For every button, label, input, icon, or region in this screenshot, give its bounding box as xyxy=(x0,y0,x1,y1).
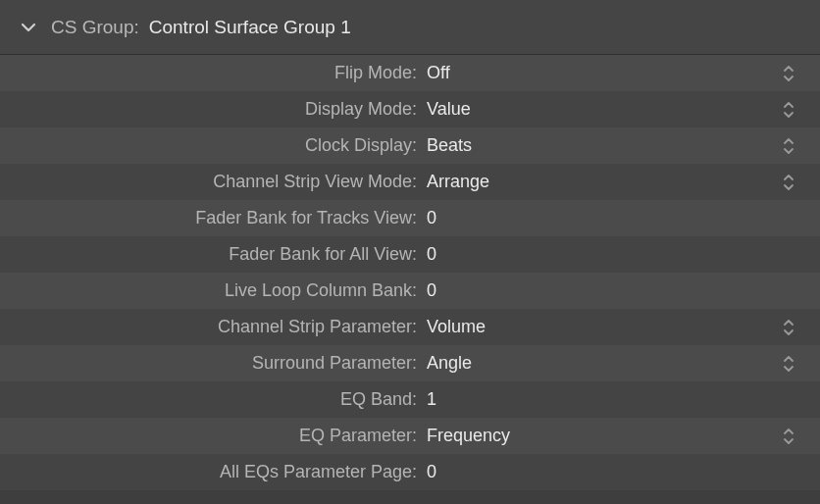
property-value-text: Frequency xyxy=(427,426,510,446)
property-value[interactable]: 1 xyxy=(427,389,820,410)
property-row: Flip Mode:Off xyxy=(0,55,820,91)
property-row: Clock Display:Beats xyxy=(0,127,820,164)
header-value[interactable]: Control Surface Group 1 xyxy=(149,17,351,38)
stepper-icon[interactable] xyxy=(779,351,798,377)
property-label: All EQs Parameter Page xyxy=(0,462,412,482)
property-value-text: Arrange xyxy=(427,172,489,192)
property-label: Flip Mode xyxy=(0,63,412,83)
property-row: All EQs Parameter Page:0 xyxy=(0,454,820,490)
stepper-icon[interactable] xyxy=(779,97,798,123)
colon: : xyxy=(412,244,427,265)
chevron-down-icon[interactable] xyxy=(20,19,37,36)
stepper-icon[interactable] xyxy=(779,315,798,340)
property-value[interactable]: Beats xyxy=(427,133,820,159)
property-label: Fader Bank for All View xyxy=(0,244,412,265)
property-value[interactable]: 0 xyxy=(427,462,820,482)
colon: : xyxy=(412,63,427,83)
colon: : xyxy=(412,353,427,374)
colon: : xyxy=(412,462,427,482)
property-row: Channel Strip View Mode:Arrange xyxy=(0,164,820,200)
property-row: Live Loop Column Bank:0 xyxy=(0,273,820,309)
header-label: CS Group: xyxy=(51,17,139,38)
property-value[interactable]: 0 xyxy=(427,208,820,228)
property-row: Fader Bank for Tracks View:0 xyxy=(0,200,820,236)
property-value-text: 1 xyxy=(427,389,436,410)
property-value-text: Beats xyxy=(427,135,472,156)
colon: : xyxy=(412,426,427,446)
property-value[interactable]: 0 xyxy=(427,244,820,265)
property-value[interactable]: Frequency xyxy=(427,424,820,449)
property-value-text: 0 xyxy=(427,462,436,482)
property-value[interactable]: Volume xyxy=(427,315,820,340)
colon: : xyxy=(412,317,427,337)
colon: : xyxy=(412,389,427,410)
property-label: EQ Band xyxy=(0,389,412,410)
property-value-text: Angle xyxy=(427,353,472,374)
property-value-text: 0 xyxy=(427,280,436,301)
stepper-icon[interactable] xyxy=(779,61,798,86)
property-label: Channel Strip Parameter xyxy=(0,317,412,337)
property-label: Fader Bank for Tracks View xyxy=(0,208,412,228)
property-value[interactable]: Angle xyxy=(427,351,820,377)
property-row: Display Mode:Value xyxy=(0,91,820,127)
property-row: EQ Parameter:Frequency xyxy=(0,418,820,454)
colon: : xyxy=(412,172,427,192)
property-value-text: Off xyxy=(427,63,450,83)
property-label: EQ Parameter xyxy=(0,426,412,446)
property-label: Surround Parameter xyxy=(0,353,412,374)
property-row: Channel Strip Parameter:Volume xyxy=(0,309,820,345)
property-value[interactable]: Off xyxy=(427,61,820,86)
property-list: Flip Mode:Off Display Mode:Value Clock D… xyxy=(0,55,820,490)
property-value-text: Value xyxy=(427,99,471,120)
property-value-text: 0 xyxy=(427,244,436,265)
colon: : xyxy=(412,135,427,156)
property-row: Surround Parameter:Angle xyxy=(0,345,820,381)
property-row: Fader Bank for All View:0 xyxy=(0,236,820,273)
property-value[interactable]: Arrange xyxy=(427,170,820,195)
colon: : xyxy=(412,280,427,301)
property-label: Channel Strip View Mode xyxy=(0,172,412,192)
colon: : xyxy=(412,99,427,120)
property-value[interactable]: 0 xyxy=(427,280,820,301)
colon: : xyxy=(412,208,427,228)
stepper-icon[interactable] xyxy=(779,170,798,195)
stepper-icon[interactable] xyxy=(779,424,798,449)
property-label: Clock Display xyxy=(0,135,412,156)
property-label: Live Loop Column Bank xyxy=(0,280,412,301)
property-label: Display Mode xyxy=(0,99,412,120)
property-value[interactable]: Value xyxy=(427,97,820,123)
header: CS Group: Control Surface Group 1 xyxy=(0,0,820,55)
property-value-text: 0 xyxy=(427,208,436,228)
property-row: EQ Band:1 xyxy=(0,381,820,418)
stepper-icon[interactable] xyxy=(779,133,798,159)
property-value-text: Volume xyxy=(427,317,486,337)
